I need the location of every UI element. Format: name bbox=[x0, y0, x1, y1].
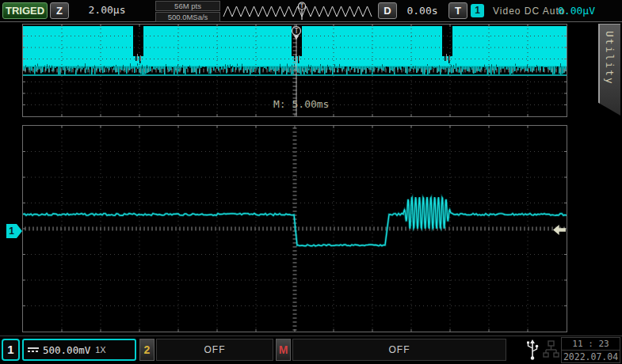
delay-value: 0.00s bbox=[397, 5, 448, 17]
trigger-status-badge: TRIGED bbox=[2, 2, 48, 19]
zoom-mode-indicator: Z bbox=[50, 2, 69, 19]
date-value: 2022.07.04 bbox=[562, 351, 620, 363]
trigger-level-value: 0.00µV bbox=[558, 5, 595, 17]
trigger-source-badge: 1 bbox=[471, 4, 484, 17]
svg-text:T: T bbox=[300, 2, 304, 9]
channel1-badge[interactable]: 1 bbox=[2, 339, 20, 361]
dc-coupling-icon bbox=[28, 347, 39, 352]
main-timebase-label: M: 5.00ms bbox=[273, 98, 329, 110]
trigger-mode-text: Video DC Auto bbox=[493, 6, 566, 17]
zoom-overview-window: T M: 5.00ms bbox=[22, 24, 567, 117]
memory-depth-value: 56M pts bbox=[155, 1, 220, 11]
trigger-indicator: T bbox=[448, 2, 467, 19]
math-badge[interactable]: M bbox=[276, 339, 291, 361]
channel1-probe: 1X bbox=[95, 345, 105, 355]
acquisition-info: 56M pts 500.0MSa/s bbox=[155, 1, 220, 22]
usb-icon bbox=[525, 338, 540, 362]
utility-tab[interactable]: Utility bbox=[598, 24, 620, 116]
zoom-timebase-value: 2.00µs bbox=[75, 4, 139, 16]
sample-rate-value: 500.0MSa/s bbox=[155, 12, 220, 22]
time-value: 11 : 23 bbox=[562, 338, 620, 351]
channel1-settings-box[interactable]: 500.00mV 1X bbox=[22, 339, 136, 361]
main-waveform-window bbox=[22, 125, 567, 332]
bottom-status-bar: 1 500.00mV 1X 2 OFF M OFF bbox=[0, 336, 622, 364]
channel1-marker-label: 1 bbox=[6, 224, 17, 238]
memory-waveform-preview[interactable]: T bbox=[222, 0, 377, 21]
delay-indicator: D bbox=[378, 2, 397, 19]
clock-box: 11 : 23 2022.07.04 bbox=[561, 337, 620, 363]
lan-icon bbox=[542, 338, 560, 362]
math-status-box[interactable]: OFF bbox=[292, 339, 506, 361]
channel1-position-marker[interactable]: 1 bbox=[6, 224, 22, 238]
channel1-scale: 500.00mV bbox=[43, 344, 90, 356]
channel2-status-box[interactable]: OFF bbox=[156, 339, 273, 361]
utility-tab-label: Utility bbox=[604, 31, 616, 85]
svg-text:T: T bbox=[294, 27, 298, 35]
oscilloscope-screen: TRIGED Z 2.00µs 56M pts 500.0MSa/s T D 0… bbox=[0, 0, 622, 364]
top-status-bar: TRIGED Z 2.00µs 56M pts 500.0MSa/s T D 0… bbox=[0, 0, 622, 22]
channel1-waveform bbox=[23, 126, 567, 332]
channel2-badge[interactable]: 2 bbox=[139, 339, 155, 361]
